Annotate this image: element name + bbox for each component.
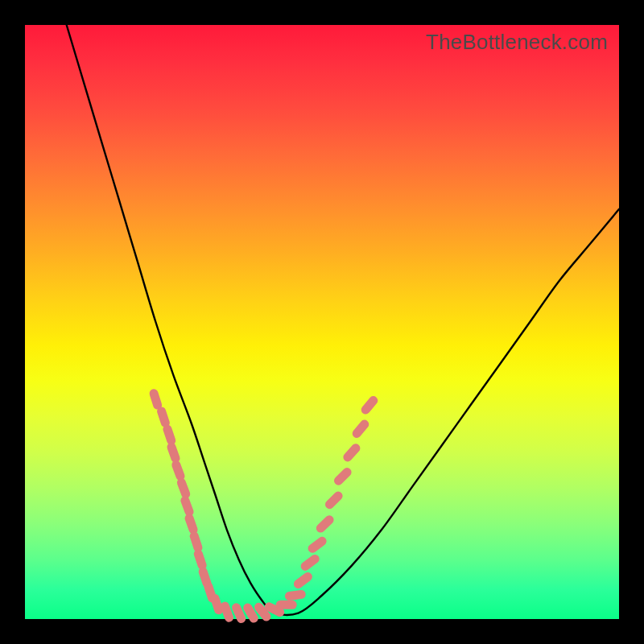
highlight-dash: [237, 608, 242, 619]
highlight-dash: [289, 594, 301, 596]
highlight-dash: [203, 572, 207, 583]
bottleneck-curve-path: [67, 25, 619, 615]
highlight-dash: [225, 606, 229, 617]
highlight-dash: [357, 424, 365, 434]
curve-svg: [25, 25, 619, 619]
highlight-dash: [298, 577, 308, 584]
highlight-dash: [189, 518, 193, 530]
highlight-dash: [320, 520, 329, 528]
highlight-dash: [198, 554, 202, 565]
highlight-dash-group: [154, 394, 374, 619]
chart-frame: TheBottleneck.com: [0, 0, 644, 644]
highlight-dash: [305, 559, 315, 566]
highlight-dash: [167, 429, 171, 440]
highlight-dash: [185, 501, 189, 512]
highlight-dash: [215, 598, 219, 609]
highlight-dash: [171, 447, 175, 458]
highlight-dash: [162, 411, 166, 423]
highlight-dash: [365, 401, 374, 411]
highlight-dash: [154, 394, 158, 405]
highlight-dash: [330, 496, 339, 505]
highlight-dash: [181, 483, 185, 494]
highlight-dash: [339, 473, 348, 481]
plot-area: TheBottleneck.com: [25, 25, 619, 619]
highlight-dash: [194, 536, 198, 547]
highlight-dash: [176, 465, 180, 477]
highlight-dash: [348, 448, 356, 457]
highlight-dash: [248, 608, 254, 618]
highlight-dash: [312, 541, 322, 548]
